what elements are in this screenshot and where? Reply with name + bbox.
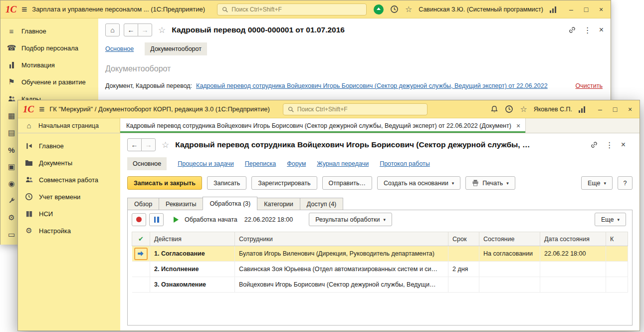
sidebar-item-settings[interactable]: ⚙ Настройка	[18, 222, 120, 239]
sidebar-item-main[interactable]: Главное	[18, 137, 120, 154]
table-row[interactable]: 2. Исполнение Савинская Зоя Юрьевна (Отд…	[132, 262, 628, 277]
notifications-bell-icon[interactable]	[490, 105, 498, 113]
home-button[interactable]: ⌂	[105, 23, 120, 36]
window-title: Зарплата и управление персоналом ... (1С…	[32, 5, 205, 13]
tab-access[interactable]: Доступ (4)	[300, 198, 343, 210]
favorite-star-icon[interactable]: ☆	[158, 25, 166, 35]
term-cell	[448, 246, 479, 262]
sidebar-item-time-tracking[interactable]: Учет времени	[18, 188, 120, 205]
pause-button[interactable]	[149, 213, 164, 226]
column-header[interactable]: Состояние	[479, 232, 540, 246]
nav-tab-docflow[interactable]: Документооборот	[145, 42, 207, 55]
print-button[interactable]: Печать ▾	[465, 176, 515, 190]
column-header[interactable]: Срок	[448, 232, 479, 246]
nav-link-processes[interactable]: Процессы и задачи	[178, 160, 233, 167]
nav-tab-main[interactable]: Основное	[127, 157, 167, 170]
sidebar-item-nsi[interactable]: НСИ	[18, 205, 120, 222]
save-close-button[interactable]: Записать и закрыть	[127, 176, 202, 190]
nav-link-transfer-log[interactable]: Журнал передачи	[317, 160, 369, 167]
nav-link-forum[interactable]: Форум	[287, 160, 306, 167]
search-input[interactable]	[297, 106, 423, 113]
nav-link-main[interactable]: Основное	[105, 45, 134, 52]
processing-results-button[interactable]: Результаты обработки ▾	[309, 213, 392, 226]
form-close-icon[interactable]: ×	[621, 140, 626, 149]
main-menu-icon[interactable]: ≡	[21, 4, 27, 14]
current-user[interactable]: Яковлев С.П.	[534, 106, 572, 113]
link-icon[interactable]	[568, 26, 576, 34]
current-row-marker	[134, 248, 148, 260]
favorite-star-icon[interactable]: ☆	[162, 140, 169, 150]
state-date-cell	[540, 262, 606, 277]
table-row[interactable]: 1. Согласование Булатов Игорь Виленович …	[132, 246, 628, 262]
comment-cell	[606, 277, 628, 293]
titlebar: 1С ≡ ГК "Меркурий" / Документооборот КОР…	[18, 100, 640, 118]
stop-button[interactable]	[132, 213, 146, 226]
more-actions-icon[interactable]: ⋮	[606, 140, 614, 150]
report-icon: ▣	[6, 162, 16, 171]
chevron-down-icon: ▾	[384, 217, 386, 222]
more-actions-icon[interactable]: ⋮	[584, 25, 592, 35]
processing-datetime: 22.06.2022 18:00	[244, 216, 293, 223]
sidebar-item-main[interactable]: ≡ Главное	[0, 22, 98, 39]
tab-overview[interactable]: Обзор	[127, 198, 159, 210]
phone-icon: ☎	[6, 43, 16, 52]
register-button[interactable]: Зарегистрировать	[251, 176, 317, 190]
table-row[interactable]: 3. Ознакомление Войцехович Игорь Борисов…	[132, 277, 628, 293]
search-input[interactable]	[231, 6, 362, 13]
tab-requisites[interactable]: Реквизиты	[159, 198, 203, 210]
panel-more-button[interactable]: Еще ▾	[595, 213, 626, 226]
column-header[interactable]: Дата состояния	[540, 232, 606, 246]
tab-close-icon[interactable]: ×	[516, 122, 520, 130]
sidebar-item-motivation[interactable]: Мотивация	[0, 56, 98, 73]
global-search[interactable]	[217, 3, 367, 15]
tab-home-page[interactable]: ⌂ Начальная страница	[18, 118, 120, 133]
nav-link-work-protocol[interactable]: Протокол работы	[380, 160, 430, 167]
forward-button[interactable]: →	[141, 138, 156, 151]
sidebar-item-education[interactable]: ⚑ Обучение и развитие	[0, 73, 98, 90]
send-button[interactable]: Отправить…	[322, 176, 372, 190]
back-button[interactable]: ←	[124, 23, 138, 36]
clear-link[interactable]: Очистить	[576, 82, 603, 89]
column-header[interactable]: Действия	[150, 232, 235, 246]
column-header[interactable]: Сотрудники	[235, 232, 448, 246]
favorites-icon[interactable]: ☆	[405, 4, 412, 14]
tabstrip-filler	[526, 118, 640, 133]
sidebar-item-documents[interactable]: Документы	[18, 154, 120, 171]
document-link[interactable]: Кадровый перевод сотрудника Войцехович И…	[196, 82, 548, 89]
tab-document[interactable]: Кадровый перевод сотрудника Войцехович И…	[120, 118, 526, 133]
book-icon	[24, 210, 34, 218]
current-user[interactable]: Савинская З.Ю. (Системный программист)	[419, 6, 543, 13]
save-button[interactable]: Записать	[207, 176, 246, 190]
tab-categories[interactable]: Категории	[257, 198, 300, 210]
form-close-icon[interactable]: ×	[599, 25, 604, 34]
processing-status: Обработка начата	[185, 216, 237, 223]
maximize-button[interactable]: □	[582, 5, 591, 13]
history-icon[interactable]	[390, 5, 399, 13]
term-cell: 2 дня	[448, 262, 479, 277]
sidebar-item-recruiting[interactable]: ☎ Подбор персонала	[0, 39, 98, 56]
forward-button[interactable]: →	[138, 23, 152, 36]
chevron-down-icon: ▾	[617, 217, 620, 222]
help-button[interactable]: ?	[618, 176, 633, 190]
column-header[interactable]: К	[606, 232, 628, 246]
create-based-on-button[interactable]: Создать на основании ▾	[377, 176, 460, 190]
close-button[interactable]: ×	[597, 5, 606, 13]
chevron-down-icon: ▾	[604, 181, 606, 186]
favorites-icon[interactable]: ☆	[520, 104, 527, 114]
back-button[interactable]: ←	[127, 138, 142, 151]
minimize-button[interactable]: –	[596, 105, 605, 113]
tab-processing[interactable]: Обработка (3)	[203, 197, 257, 210]
main-menu-icon[interactable]: ≡	[39, 104, 44, 114]
global-search[interactable]	[283, 103, 428, 115]
link-icon[interactable]	[590, 141, 598, 149]
salary-icon: ▦	[6, 111, 16, 120]
close-button[interactable]: ×	[626, 105, 635, 113]
sidebar-item-collaboration[interactable]: Совместная работа	[18, 171, 120, 188]
history-icon[interactable]	[505, 105, 513, 113]
nav-link-correspondence[interactable]: Переписка	[245, 160, 276, 167]
discussions-icon[interactable]	[374, 4, 384, 14]
maximize-button[interactable]: □	[611, 105, 620, 113]
search-icon	[287, 106, 294, 113]
more-button[interactable]: Еще ▾	[581, 176, 613, 190]
minimize-button[interactable]: –	[567, 5, 576, 13]
